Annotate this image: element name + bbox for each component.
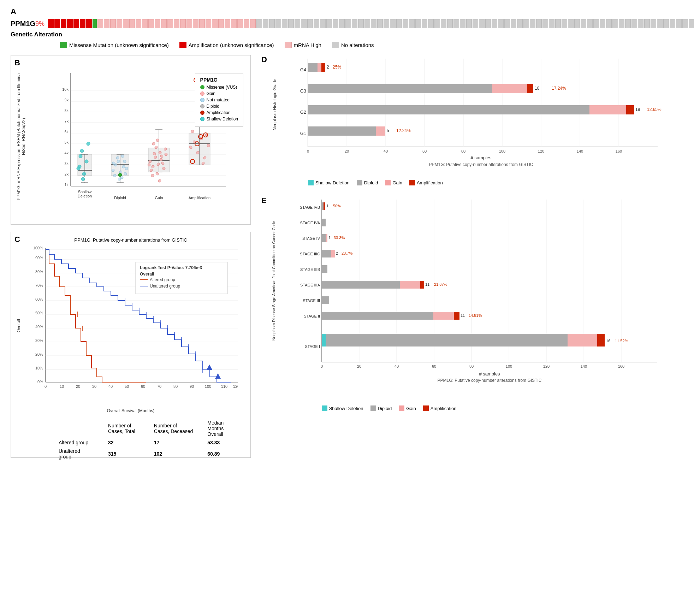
svg-point-96 bbox=[203, 156, 206, 159]
svg-text:G3: G3 bbox=[300, 88, 306, 94]
legend-missense-box bbox=[60, 42, 67, 48]
svg-text:11.52%: 11.52% bbox=[615, 339, 628, 343]
legend-mrna-label: mRNA High bbox=[294, 42, 321, 48]
svg-text:STAGE II: STAGE II bbox=[304, 314, 320, 318]
section-c-label: C bbox=[14, 235, 20, 244]
unaltered-deceased: 102 bbox=[147, 447, 201, 461]
diploid-text-d: Diploid bbox=[364, 180, 378, 185]
gain-text-d: Gain bbox=[392, 180, 402, 185]
legend-noalt-box bbox=[332, 42, 339, 48]
gene-pct: 9% bbox=[35, 20, 45, 28]
gain-dot bbox=[200, 91, 204, 96]
svg-point-69 bbox=[160, 158, 162, 161]
svg-point-57 bbox=[118, 173, 122, 177]
svg-point-79 bbox=[148, 164, 150, 166]
svg-marker-157 bbox=[207, 365, 212, 370]
svg-text:40%: 40% bbox=[35, 325, 43, 329]
svg-rect-253 bbox=[322, 281, 400, 289]
svg-point-72 bbox=[153, 152, 156, 155]
svg-rect-241 bbox=[322, 234, 326, 242]
section-c: C PPM1G: Putative copy-number alteration… bbox=[11, 232, 251, 458]
svg-point-82 bbox=[152, 142, 155, 145]
svg-text:17.24%: 17.24% bbox=[552, 86, 566, 91]
diploid-label: Diploid bbox=[207, 104, 220, 109]
notmutated-label: Not mutated bbox=[207, 97, 230, 102]
svg-text:60%: 60% bbox=[35, 297, 43, 301]
svg-text:G2: G2 bbox=[300, 109, 306, 115]
svg-rect-191 bbox=[321, 63, 325, 72]
svg-point-49 bbox=[113, 174, 116, 177]
svg-rect-267 bbox=[322, 334, 326, 346]
svg-text:60: 60 bbox=[432, 364, 436, 368]
svg-text:1: 1 bbox=[326, 204, 328, 208]
col-deceased: Number of Cases, Deceased bbox=[147, 419, 201, 438]
svg-text:160: 160 bbox=[618, 364, 624, 368]
section-b-label: B bbox=[14, 58, 20, 67]
section-d-legend: Shallow Deletion Diploid Gain bbox=[308, 180, 683, 185]
svg-text:90: 90 bbox=[190, 384, 194, 389]
unaltered-median: 60.89 bbox=[200, 447, 245, 461]
svg-point-67 bbox=[154, 156, 157, 159]
svg-text:Neoplasm Disease Stage America: Neoplasm Disease Stage American Joint Co… bbox=[272, 221, 276, 341]
altered-group-label: Altered group bbox=[52, 438, 101, 447]
red-sq bbox=[409, 180, 415, 185]
notmutated-dot bbox=[200, 98, 204, 102]
svg-text:140: 140 bbox=[581, 364, 587, 368]
section-e: E Neoplasm Disease Stage American Joint … bbox=[261, 196, 683, 411]
svg-text:14.81%: 14.81% bbox=[469, 313, 482, 318]
svg-text:20%: 20% bbox=[35, 352, 43, 356]
amplification-dot bbox=[200, 111, 204, 115]
pink-sq bbox=[385, 180, 391, 185]
svg-text:1: 1 bbox=[328, 236, 331, 240]
missense-label: Missense (VUS) bbox=[207, 85, 237, 90]
svg-point-55 bbox=[121, 155, 124, 158]
shallow-label: Shallow Deletion bbox=[207, 117, 238, 122]
svg-text:25%: 25% bbox=[333, 65, 341, 70]
svg-rect-202 bbox=[589, 105, 626, 114]
amp-text-e: Amplification bbox=[431, 406, 457, 411]
svg-point-33 bbox=[80, 149, 84, 153]
svg-marker-158 bbox=[215, 373, 221, 379]
svg-point-98 bbox=[191, 130, 194, 133]
svg-rect-247 bbox=[331, 250, 335, 257]
svg-point-76 bbox=[151, 174, 154, 177]
svg-rect-242 bbox=[326, 234, 327, 242]
svg-text:9k: 9k bbox=[64, 98, 69, 102]
svg-text:100: 100 bbox=[205, 384, 211, 389]
svg-text:50: 50 bbox=[125, 384, 129, 389]
svg-rect-189 bbox=[308, 63, 318, 72]
diploid-text-e: Diploid bbox=[378, 406, 392, 411]
svg-point-73 bbox=[156, 172, 159, 175]
pink-sq-e bbox=[399, 405, 404, 411]
svg-text:80: 80 bbox=[461, 149, 465, 153]
svg-point-80 bbox=[165, 153, 167, 156]
alteration-legend: Missense Mutation (unknown significance)… bbox=[60, 42, 683, 48]
svg-text:10: 10 bbox=[60, 384, 64, 389]
svg-text:70: 70 bbox=[157, 384, 161, 389]
svg-text:60: 60 bbox=[422, 149, 427, 153]
svg-text:Overall: Overall bbox=[140, 272, 154, 277]
legend-noalt-label: No alterations bbox=[341, 42, 374, 48]
svg-text:80: 80 bbox=[469, 364, 474, 368]
legend-diploid-d: Diploid bbox=[357, 180, 378, 185]
survival-stats-table: Number of Cases, Total Number of Cases, … bbox=[52, 419, 245, 461]
svg-rect-261 bbox=[322, 312, 433, 320]
svg-point-54 bbox=[118, 178, 121, 180]
svg-point-34 bbox=[77, 167, 80, 170]
svg-rect-262 bbox=[433, 312, 454, 320]
svg-point-65 bbox=[149, 160, 152, 163]
svg-rect-270 bbox=[597, 334, 605, 346]
svg-text:12.24%: 12.24% bbox=[396, 128, 411, 133]
svg-rect-235 bbox=[324, 202, 325, 210]
svg-text:Neoplasm Histologic Grade: Neoplasm Histologic Grade bbox=[272, 79, 277, 130]
scatter-legend-amplification: Amplification bbox=[200, 110, 238, 115]
svg-text:12.65%: 12.65% bbox=[647, 107, 662, 112]
svg-text:Gain: Gain bbox=[155, 196, 163, 200]
svg-text:160: 160 bbox=[616, 149, 622, 153]
svg-text:1k: 1k bbox=[64, 183, 69, 187]
svg-text:120: 120 bbox=[233, 384, 238, 389]
svg-text:120: 120 bbox=[543, 364, 550, 368]
svg-text:0: 0 bbox=[307, 149, 309, 153]
gray-sq bbox=[357, 180, 362, 185]
bar-chart-d-svg: Neoplasm Histologic Grade 0 20 40 60 80 … bbox=[269, 55, 682, 175]
